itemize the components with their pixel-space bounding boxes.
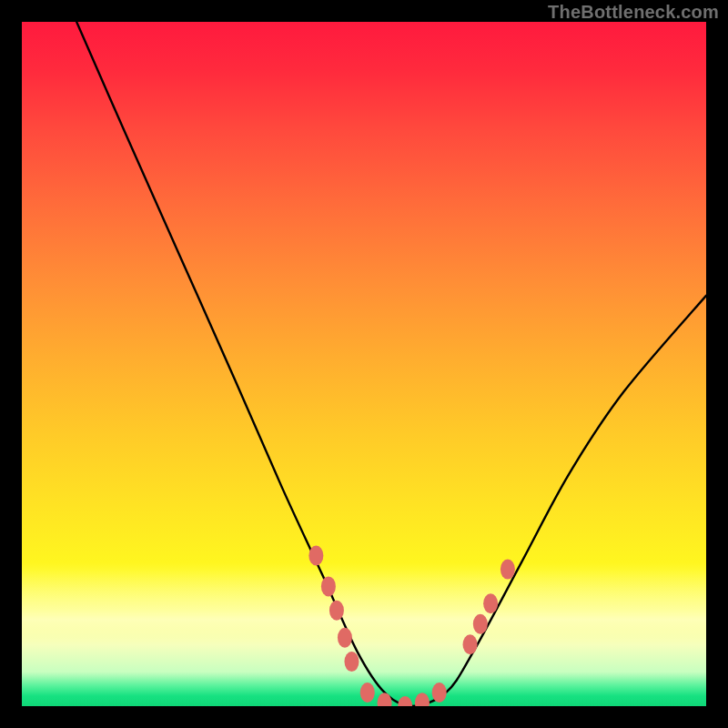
bead-marker	[338, 628, 352, 648]
curve-beads	[308, 546, 515, 706]
bead-marker	[483, 593, 498, 613]
bead-marker	[398, 696, 412, 706]
bead-marker	[344, 652, 359, 672]
watermark-text: TheBottleneck.com	[548, 2, 719, 23]
plot-area	[22, 22, 706, 706]
bead-marker	[463, 634, 478, 654]
bead-marker	[378, 693, 392, 706]
bead-marker	[329, 601, 344, 621]
bead-marker	[500, 560, 515, 580]
curve-layer	[22, 22, 706, 706]
bead-marker	[308, 546, 323, 566]
chart-stage: TheBottleneck.com	[0, 0, 728, 728]
bead-marker	[432, 682, 447, 703]
bottleneck-curve	[76, 22, 706, 706]
bead-marker	[415, 693, 430, 706]
bead-marker	[321, 576, 336, 596]
bead-marker	[473, 614, 488, 634]
bead-marker	[360, 682, 375, 703]
